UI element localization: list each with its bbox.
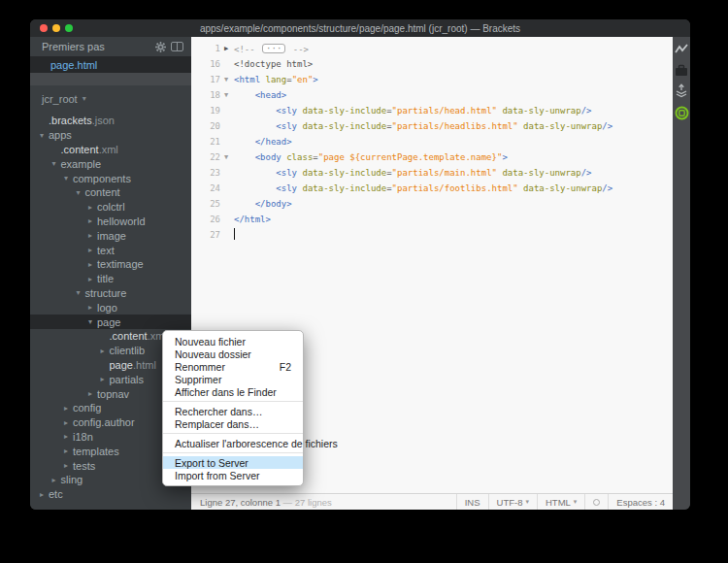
extension-manager-icon[interactable] — [675, 64, 688, 76]
tree-folder-etc[interactable]: ▸etc — [30, 487, 191, 502]
menu-item-afficher-dans-le-finder[interactable]: Afficher dans le Finder — [163, 385, 303, 398]
code-line-22[interactable]: 22▼ <body class="page ${currentPage.temp… — [191, 149, 673, 165]
project-dropdown[interactable]: jcr_root ▾ — [30, 91, 191, 106]
tree-folder-page[interactable]: ▾page — [30, 315, 191, 329]
tree-folder-structure[interactable]: ▾structure — [30, 286, 191, 301]
export-stack-icon[interactable] — [675, 83, 688, 98]
code-line-25[interactable]: 25 </body> — [191, 196, 673, 212]
code-text: <body class="page ${currentPage.template… — [232, 152, 508, 162]
code-line-26[interactable]: 26</html> — [191, 212, 673, 227]
code-line-16[interactable]: 16<!doctype html> — [191, 56, 673, 72]
tree-folder-logo[interactable]: ▸logo — [30, 300, 191, 315]
menu-item-rechercher-dans[interactable]: Rechercher dans… — [163, 405, 303, 417]
tree-expand-arrow-closed[interactable]: ▸ — [64, 461, 73, 470]
window-titlebar[interactable]: apps/example/components/structure/page/p… — [30, 19, 690, 37]
language-selector[interactable]: HTML▾ — [537, 494, 584, 510]
tree-expand-arrow-closed[interactable]: ▸ — [64, 418, 73, 427]
tree-expand-arrow-closed[interactable]: ▸ — [64, 404, 73, 413]
tree-folder-helloworld[interactable]: ▸helloworld — [30, 215, 191, 229]
code-text: <sly data-sly-include="partials/head.htm… — [232, 106, 592, 116]
folder-label: logo — [97, 302, 117, 314]
code-text: </head> — [232, 137, 292, 147]
tree-folder-components[interactable]: ▾components — [30, 171, 191, 185]
fold-marker-icon[interactable]: ▼ — [220, 153, 232, 161]
menu-item-export-to-server[interactable]: Export to Server — [163, 456, 303, 469]
tree-expand-arrow-open[interactable]: ▾ — [77, 288, 85, 297]
tree-expand-arrow-closed[interactable]: ▸ — [64, 432, 73, 441]
tree-expand-arrow-open[interactable]: ▾ — [77, 188, 85, 197]
zoom-button[interactable] — [65, 24, 73, 32]
tree-expand-arrow-open[interactable]: ▾ — [40, 131, 49, 140]
folder-label: config — [73, 402, 101, 414]
tree-expand-arrow-closed[interactable]: ▸ — [88, 203, 97, 212]
close-button[interactable] — [40, 24, 48, 32]
menu-item-supprimer[interactable]: Supprimer — [163, 373, 303, 385]
code-line-18[interactable]: 18▼ <head> — [191, 87, 673, 103]
menu-item-label: Nouveau dossier — [175, 348, 291, 360]
tree-folder-colctrl[interactable]: ▸colctrl — [30, 200, 191, 215]
tree-expand-arrow-open[interactable]: ▾ — [64, 174, 73, 182]
tree-expand-arrow-closed[interactable]: ▸ — [52, 476, 61, 484]
tree-expand-arrow-closed[interactable]: ▸ — [101, 375, 110, 383]
tree-file-.brackets.json[interactable]: .brackets.json — [30, 114, 191, 128]
tree-expand-arrow-closed[interactable]: ▸ — [88, 231, 97, 240]
tree-folder-content[interactable]: ▾content — [30, 185, 191, 200]
line-number: 21 — [191, 137, 220, 147]
menu-item-import-from-server[interactable]: Import from Server — [163, 469, 303, 481]
code-line-19[interactable]: 19 <sly data-sly-include="partials/head.… — [191, 103, 673, 118]
tree-expand-arrow-open[interactable]: ▾ — [88, 317, 97, 326]
line-number: 24 — [191, 183, 220, 193]
tree-expand-arrow-closed[interactable]: ▸ — [88, 389, 97, 398]
working-file-page.html[interactable]: page.html — [30, 56, 191, 73]
sync-server-icon[interactable] — [675, 106, 689, 120]
tree-expand-arrow-open[interactable]: ▾ — [52, 159, 61, 168]
encoding-selector[interactable]: UTF-8▾ — [488, 494, 537, 510]
code-line-1[interactable]: 1▶<!-- ··· --> — [191, 41, 673, 56]
lint-status[interactable] — [584, 494, 608, 510]
menu-item-remplacer-dans[interactable]: Remplacer dans… — [163, 417, 303, 430]
tree-expand-arrow-closed[interactable]: ▸ — [88, 246, 97, 254]
live-preview-icon[interactable] — [675, 43, 688, 56]
tree-folder-textimage[interactable]: ▸textimage — [30, 257, 191, 272]
menu-item-actualiser-l-arborescence-de-fichiers[interactable]: Actualiser l'arborescence de fichiers — [163, 437, 303, 449]
menu-item-renommer[interactable]: RenommerF2 — [163, 360, 303, 373]
tree-expand-arrow-closed[interactable]: ▸ — [88, 260, 97, 269]
fold-marker-icon[interactable]: ▼ — [220, 91, 232, 99]
menu-item-nouveau-dossier[interactable]: Nouveau dossier — [163, 348, 303, 360]
code-line-27[interactable]: 27 — [191, 227, 673, 243]
indent-setting[interactable]: Espaces : 4 — [608, 494, 673, 510]
tree-file-.content.xml[interactable]: .content.xml — [30, 143, 191, 157]
fold-marker-icon[interactable]: ▶ — [220, 45, 232, 52]
file-extension: .json — [92, 115, 115, 126]
folder-label: sling — [61, 474, 83, 485]
code-line-21[interactable]: 21 </head> — [191, 134, 673, 149]
menu-item-label: Afficher dans le Finder — [175, 386, 291, 398]
code-line-20[interactable]: 20 <sly data-sly-include="partials/headl… — [191, 118, 673, 134]
folder-label: title — [97, 273, 114, 284]
minimize-button[interactable] — [52, 24, 60, 32]
tree-expand-arrow-closed[interactable]: ▸ — [88, 303, 97, 312]
code-line-24[interactable]: 24 <sly data-sly-include="partials/footl… — [191, 181, 673, 196]
tree-expand-arrow-closed[interactable]: ▸ — [64, 447, 73, 455]
line-number: 26 — [191, 215, 220, 224]
working-files-title: Premiers pas — [42, 41, 155, 52]
desktop-background: apps/example/components/structure/page/p… — [0, 0, 728, 563]
tree-expand-arrow-closed[interactable]: ▸ — [88, 216, 97, 225]
code-line-17[interactable]: 17▼<html lang="en"> — [191, 72, 673, 87]
tree-folder-image[interactable]: ▸image — [30, 228, 191, 243]
menu-item-nouveau-fichier[interactable]: Nouveau fichier — [163, 335, 303, 348]
insert-mode-indicator[interactable]: INS — [456, 494, 488, 510]
split-view-icon[interactable] — [171, 42, 183, 51]
tree-folder-apps[interactable]: ▾apps — [30, 128, 191, 143]
tree-expand-arrow-closed[interactable]: ▸ — [101, 347, 110, 355]
tree-folder-text[interactable]: ▸text — [30, 243, 191, 257]
tree-folder-example[interactable]: ▾example — [30, 156, 191, 171]
folder-label: content — [85, 186, 120, 198]
tree-expand-arrow-closed[interactable]: ▸ — [40, 490, 49, 499]
tree-folder-title[interactable]: ▸title — [30, 272, 191, 286]
code-line-23[interactable]: 23 <sly data-sly-include="partials/main.… — [191, 165, 673, 181]
gear-icon[interactable] — [155, 42, 166, 52]
fold-marker-icon[interactable]: ▼ — [220, 76, 232, 83]
tree-expand-arrow-closed[interactable]: ▸ — [88, 275, 97, 283]
line-number: 27 — [191, 230, 220, 240]
